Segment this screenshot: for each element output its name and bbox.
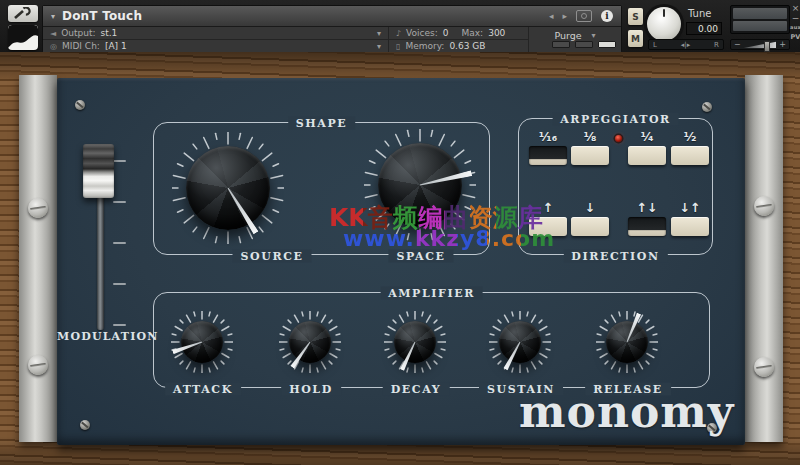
tune-label: Tune: [688, 8, 711, 19]
kontakt-logo[interactable]: [8, 25, 38, 50]
modulation-fader[interactable]: [83, 144, 114, 198]
attack-label: ATTACK: [165, 383, 241, 396]
arrow-downup-icon: ↓↑: [680, 201, 701, 214]
arrow-down-icon: ↓: [585, 201, 595, 214]
next-instrument-icon[interactable]: ▸: [562, 11, 567, 21]
rate-cell-1-16: ¹⁄₁₆: [529, 130, 567, 165]
wrench-button[interactable]: [8, 5, 38, 22]
rail-screw: [754, 196, 774, 216]
monomy-panel: SHAPE SOURCE SPACE ARPEGGIATOR DIRECTION: [57, 78, 745, 445]
fader-tick: [113, 160, 126, 162]
purge-block: Purge ▾: [529, 27, 621, 52]
sustain-knob[interactable]: [489, 311, 551, 373]
memory-label: Memory:: [405, 41, 444, 51]
status-led: [575, 41, 593, 48]
direction-cell-downup: ↓↑: [671, 201, 709, 236]
solo-button[interactable]: S: [628, 8, 643, 25]
volume-wedge: [744, 41, 777, 48]
rate-label: ¹⁄₈: [583, 130, 596, 143]
direction-button-updown[interactable]: [628, 217, 666, 236]
instrument-strip: ▾ DonT Touch ◂ ▸ i ◄ Output: st.1 ▾: [42, 5, 622, 52]
rate-button-1-4[interactable]: [628, 146, 666, 165]
midi-channel-selector[interactable]: ◎ MIDI Ch: [A] 1 ▾: [43, 40, 389, 52]
panel-screw: [80, 420, 90, 430]
monomy-logo: monomy: [519, 386, 734, 437]
rail-screw: [754, 357, 774, 377]
amplifier-title: AMPLIFIER: [380, 287, 483, 300]
close-icon[interactable]: ×: [792, 4, 800, 12]
voices-icon: ♪: [396, 29, 401, 38]
direction-label: DIRECTION: [563, 250, 667, 263]
pan-center-icon: ◂|▸: [681, 41, 690, 49]
chevron-down-icon: ▾: [592, 31, 596, 40]
output-midi-column: ◄ Output: st.1 ▾ ◎ MIDI Ch: [A] 1 ▾: [43, 27, 389, 52]
arpeggiator-title: ARPEGGIATOR: [552, 113, 679, 126]
memory-readout: ▯ Memory: 0.63 GB: [389, 40, 529, 52]
pv-button[interactable]: PV: [791, 33, 800, 41]
tune-value[interactable]: 0.00: [686, 22, 722, 35]
watermark-line2: www.kkzy8.com: [343, 226, 555, 251]
pan-slider[interactable]: L ◂|▸ R: [648, 39, 724, 50]
mute-button[interactable]: M: [628, 30, 643, 47]
instrument-title-row[interactable]: ▾ DonT Touch ◂ ▸ i: [43, 6, 621, 27]
voices-label: Voices:: [406, 28, 438, 38]
aux-button[interactable]: aux: [790, 24, 800, 30]
kontakt-header: ▾ DonT Touch ◂ ▸ i ◄ Output: st.1 ▾: [0, 0, 800, 52]
memory-value: 0.63 GB: [449, 41, 485, 51]
status-led: [598, 41, 616, 48]
monomy-kontakt-window: ▾ DonT Touch ◂ ▸ i ◄ Output: st.1 ▾: [0, 0, 800, 465]
memory-icon: ▯: [396, 42, 400, 51]
rate-button-1-16[interactable]: [529, 146, 567, 165]
decay-knob[interactable]: [384, 311, 446, 373]
meter-bar-left: [733, 8, 787, 19]
rail-screw: [28, 198, 48, 218]
chevron-down-icon[interactable]: ▾: [377, 29, 381, 38]
snapshot-camera-icon[interactable]: [576, 10, 592, 22]
direction-button-down[interactable]: [571, 217, 609, 236]
level-meters: [730, 5, 790, 34]
volume-slider[interactable]: − +: [730, 39, 790, 50]
hold-knob[interactable]: [279, 311, 341, 373]
output-selector[interactable]: ◄ Output: st.1 ▾: [43, 27, 389, 40]
rate-label: ¹⁄₁₆: [539, 130, 558, 143]
shape-title: SHAPE: [288, 117, 356, 130]
max-value: 300: [488, 28, 505, 38]
rate-cell-1-4: ¹⁄₄: [628, 130, 666, 165]
direction-button-downup[interactable]: [671, 217, 709, 236]
voices-memory-column: ♪ Voices: 0 Max: 300 ▯ Memory: 0.63 GB: [389, 27, 529, 52]
volume-plus-label[interactable]: +: [779, 40, 786, 49]
volume-minus-label[interactable]: −: [734, 40, 741, 49]
minimize-icon[interactable]: −: [792, 15, 800, 21]
rate-button-1-2[interactable]: [671, 146, 709, 165]
space-label: SPACE: [388, 250, 453, 263]
attack-knob[interactable]: [171, 311, 233, 373]
pan-left-label: L: [653, 41, 657, 49]
max-label: Max:: [462, 28, 484, 38]
output-icon: ◄: [50, 29, 56, 38]
midi-icon: ◎: [50, 42, 57, 51]
meter-bar-right: [733, 21, 787, 32]
fader-tick: [113, 242, 126, 244]
output-label: Output:: [61, 28, 95, 38]
voices-readout: ♪ Voices: 0 Max: 300: [389, 27, 529, 40]
rack-rail-left: [19, 75, 57, 442]
midi-label: MIDI Ch:: [62, 41, 100, 51]
pan-right-label: R: [714, 41, 719, 49]
chevron-down-icon[interactable]: ▾: [51, 12, 55, 21]
volume-handle[interactable]: [764, 41, 770, 52]
panel-screw: [75, 100, 85, 110]
rate-button-1-8[interactable]: [571, 146, 609, 165]
direction-cell-updown: ↑↓: [628, 201, 666, 236]
direction-cell-down: ↓: [571, 201, 609, 236]
fader-tick: [113, 201, 126, 203]
tune-knob[interactable]: [647, 7, 681, 41]
output-value: st.1: [100, 28, 117, 38]
instrument-name: DonT Touch: [62, 9, 142, 23]
purge-button[interactable]: Purge ▾: [554, 30, 595, 41]
release-knob[interactable]: [596, 311, 658, 373]
prev-instrument-icon[interactable]: ◂: [549, 11, 554, 21]
rail-screw: [28, 355, 48, 375]
info-icon[interactable]: i: [601, 10, 613, 22]
source-knob[interactable]: [172, 132, 284, 244]
chevron-down-icon[interactable]: ▾: [377, 42, 381, 51]
